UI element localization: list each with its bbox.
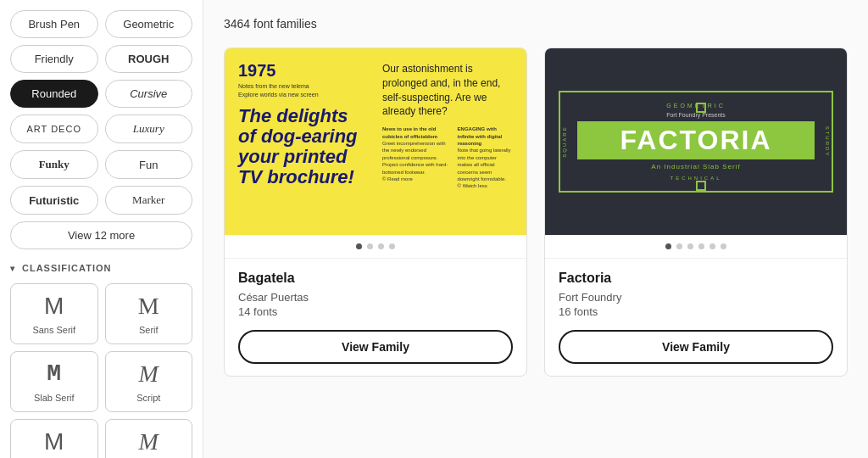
factoria-side-right: STURDY [826, 126, 831, 158]
sans-serif-letter: M [18, 294, 91, 318]
bagatela-name: Bagatela [238, 271, 513, 286]
factoria-info: Factoria Fort Foundry 16 fonts View Fami… [545, 259, 847, 376]
view-family-factoria-button[interactable]: View Family [559, 330, 833, 364]
dot-4 [389, 243, 395, 249]
serif-letter: M [113, 294, 186, 318]
sidebar: Brush Pen Geometric Friendly ROUGH Round… [0, 0, 203, 458]
sans-serif-label: Sans Serif [32, 325, 75, 335]
bagatela-info: Bagatela César Puertas 14 fonts View Fam… [225, 259, 526, 376]
dot-1 [356, 243, 362, 249]
tag-luxury[interactable]: Luxury [105, 114, 193, 143]
tag-marker[interactable]: Marker [105, 186, 193, 215]
factoria-author: Fort Foundry [559, 291, 833, 304]
tag-art-deco[interactable]: ART DECO [10, 114, 98, 143]
bagatela-author: César Puertas [238, 291, 513, 304]
slab-serif-label: Slab Serif [34, 393, 75, 403]
class-display[interactable]: M Display [10, 419, 98, 458]
dot-3 [378, 243, 384, 249]
chevron-down-icon: ▾ [10, 264, 15, 273]
factoria-dot-4 [698, 243, 704, 249]
results-count: 3464 font families [224, 17, 848, 31]
display-letter: M [18, 430, 91, 454]
font-card-bagatela: 1975 Notes from the new telema Explore w… [224, 47, 527, 377]
bagatela-right-headline: Our astonishment is prolonged and, in th… [382, 62, 513, 119]
class-slab-serif[interactable]: M Slab Serif [10, 351, 98, 412]
tag-rough[interactable]: ROUGH [105, 45, 193, 73]
tag-friendly[interactable]: Friendly [10, 45, 98, 73]
factoria-dot-6 [721, 243, 726, 249]
bagatela-right: Our astonishment is prolonged and, in th… [376, 62, 513, 221]
factoria-title: FACTORIA [577, 121, 815, 159]
view-family-bagatela-button[interactable]: View Family [238, 330, 513, 364]
tag-rounded[interactable]: Rounded [10, 80, 98, 108]
tag-brush-pen[interactable]: Brush Pen [10, 10, 98, 38]
class-sans-serif[interactable]: M Sans Serif [10, 283, 98, 344]
bagatela-body1: News to use in the old cubicles of offic… [382, 126, 453, 190]
main-content: 3464 font families 1975 Notes from the n… [203, 0, 868, 458]
factoria-box: GEOMETRIC Fort Foundry Presents FACTORIA… [559, 91, 833, 193]
class-serif[interactable]: M Serif [105, 283, 193, 344]
factoria-name: Factoria [559, 271, 833, 286]
handwritten-letter: M [113, 430, 186, 454]
bagatela-headline: The delights of dog-earing your printed … [238, 106, 369, 188]
factoria-dot-3 [687, 243, 693, 249]
bagatela-taglines: Notes from the new telema Explore worlds… [238, 82, 369, 99]
classification-header: ▾ CLASSIFICATION [10, 263, 192, 273]
classification-grid: M Sans Serif M Serif M Slab Serif M Scri… [10, 283, 192, 458]
tag-cursive[interactable]: Cursive [105, 80, 193, 108]
bagatela-count: 14 fonts [238, 305, 513, 318]
bagatela-body2: ENGAGING with infinite with digital reas… [458, 126, 513, 190]
factoria-subtitle: An Industrial Slab Serif [577, 163, 815, 170]
tag-geometric[interactable]: Geometric [105, 10, 193, 38]
factoria-geo: GEOMETRIC [577, 103, 815, 109]
dot-2 [367, 243, 373, 249]
factoria-bottom: TECHNICAL [577, 176, 815, 181]
class-handwritten[interactable]: M Handwritten [105, 419, 193, 458]
bagatela-year: 1975 [238, 62, 369, 79]
view-more-button[interactable]: View 12 more [10, 221, 192, 249]
script-label: Script [136, 393, 160, 403]
bagatela-dots [225, 235, 526, 259]
tag-grid: Brush Pen Geometric Friendly ROUGH Round… [10, 10, 192, 215]
factoria-count: 16 fonts [559, 305, 833, 318]
tag-fun[interactable]: Fun [105, 150, 193, 179]
factoria-dots [545, 235, 847, 259]
tag-futuristic[interactable]: Futuristic [10, 186, 98, 215]
class-script[interactable]: M Script [105, 351, 193, 412]
font-card-factoria: SQUARE GEOMETRIC Fort Foundry Presents F… [544, 47, 848, 377]
bagatela-preview: 1975 Notes from the new telema Explore w… [225, 48, 526, 235]
serif-label: Serif [139, 325, 159, 335]
script-letter: M [113, 362, 186, 386]
slab-serif-letter: M [18, 362, 91, 386]
factoria-preview: SQUARE GEOMETRIC Fort Foundry Presents F… [545, 48, 847, 235]
bagatela-left: 1975 Notes from the new telema Explore w… [238, 62, 369, 221]
factoria-dot-2 [676, 243, 682, 249]
factoria-presents: Fort Foundry Presents [577, 112, 815, 118]
font-cards-grid: 1975 Notes from the new telema Explore w… [224, 47, 848, 377]
tag-funky[interactable]: Funky [10, 150, 98, 179]
factoria-dot-1 [665, 243, 671, 249]
factoria-dot-5 [709, 243, 715, 249]
